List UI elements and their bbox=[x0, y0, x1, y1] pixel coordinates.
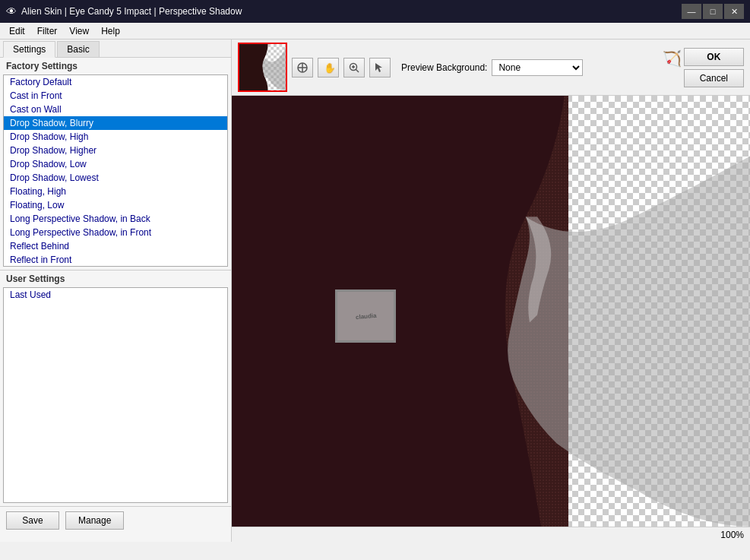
maximize-button[interactable]: □ bbox=[703, 4, 723, 19]
tab-basic[interactable]: Basic bbox=[57, 41, 99, 57]
list-item[interactable]: Drop Shadow, Low bbox=[4, 157, 227, 171]
list-item[interactable]: Factory Default bbox=[4, 75, 227, 89]
preview-thumbnail bbox=[238, 43, 287, 92]
list-item[interactable]: Floating, High bbox=[4, 185, 227, 198]
list-item[interactable]: Drop Shadow, Lowest bbox=[4, 171, 227, 185]
svg-marker-12 bbox=[375, 63, 382, 72]
left-panel: Settings Basic Factory Settings Factory … bbox=[0, 40, 232, 542]
list-item[interactable]: Floating, Low bbox=[4, 198, 227, 212]
ok-button[interactable]: OK bbox=[684, 48, 744, 66]
bottom-buttons: Save Manage bbox=[0, 506, 231, 534]
cancel-button[interactable]: Cancel bbox=[684, 69, 744, 87]
tool-grab-button[interactable]: ✋ bbox=[318, 58, 339, 78]
list-item[interactable]: Last Used bbox=[4, 288, 227, 302]
manage-button[interactable]: Manage bbox=[65, 511, 124, 530]
menu-help[interactable]: Help bbox=[95, 24, 126, 38]
list-item[interactable]: Long Perspective Shadow, in Back bbox=[4, 212, 227, 226]
right-panel: ✋ Preview Background: None W bbox=[232, 40, 750, 542]
save-button[interactable]: Save bbox=[6, 511, 59, 530]
svg-line-11 bbox=[356, 69, 359, 72]
watermark: claudia bbox=[335, 289, 396, 343]
menu-view[interactable]: View bbox=[63, 24, 95, 38]
tool-zoom-in-button[interactable] bbox=[343, 58, 365, 78]
status-bar: 100% bbox=[232, 527, 750, 542]
list-item[interactable]: Reflect Behind bbox=[4, 239, 227, 253]
gold-arrow-ok: 🏹 bbox=[663, 49, 682, 68]
menu-filter[interactable]: Filter bbox=[31, 24, 64, 38]
preview-bg-select[interactable]: None White Black Custom bbox=[492, 59, 583, 76]
list-item[interactable]: Drop Shadow, Blurry ➤ bbox=[4, 116, 227, 130]
window-title: Alien Skin | Eye Candy 5 Impact | Perspe… bbox=[21, 6, 242, 17]
right-toolbar: ✋ Preview Background: None W bbox=[232, 40, 750, 96]
list-item[interactable]: Long Perspective Shadow, in Front bbox=[4, 226, 227, 239]
list-item[interactable]: Drop Shadow, High bbox=[4, 130, 227, 144]
user-settings-header: User Settings bbox=[0, 271, 231, 287]
user-settings-list[interactable]: Last Used bbox=[3, 287, 228, 503]
tool-hand-button[interactable] bbox=[292, 58, 313, 78]
minimize-button[interactable]: — bbox=[682, 4, 701, 19]
list-item[interactable]: Cast on Wall bbox=[4, 103, 227, 116]
factory-settings-header: Factory Settings bbox=[0, 58, 231, 74]
app-icon: 👁 bbox=[6, 5, 17, 17]
menu-edit[interactable]: Edit bbox=[3, 24, 31, 38]
tab-settings[interactable]: Settings bbox=[3, 41, 55, 58]
close-button[interactable]: ✕ bbox=[724, 4, 744, 19]
list-item[interactable]: Drop Shadow, Higher bbox=[4, 144, 227, 157]
user-settings-section: User Settings Last Used bbox=[0, 271, 231, 506]
tool-cursor-button[interactable] bbox=[369, 58, 391, 78]
menu-bar: Edit Filter View Help bbox=[0, 23, 750, 40]
list-item[interactable]: Cast in Front bbox=[4, 89, 227, 103]
ok-cancel-area: 🏹 OK Cancel bbox=[684, 48, 744, 87]
factory-settings-section: Factory Settings Factory DefaultCast in … bbox=[0, 58, 231, 271]
svg-text:✋: ✋ bbox=[324, 62, 334, 74]
content-area bbox=[232, 96, 568, 527]
factory-settings-list[interactable]: Factory DefaultCast in FrontCast on Wall… bbox=[3, 74, 228, 267]
list-item[interactable]: Reflect in Front bbox=[4, 253, 227, 267]
watermark-text: claudia bbox=[355, 312, 376, 320]
left-tab-bar: Settings Basic bbox=[0, 40, 231, 58]
title-bar: 👁 Alien Skin | Eye Candy 5 Impact | Pers… bbox=[0, 0, 750, 23]
preview-area: claudia bbox=[232, 96, 750, 527]
zoom-level: 100% bbox=[720, 530, 744, 540]
main-layout: Settings Basic Factory Settings Factory … bbox=[0, 40, 750, 542]
preview-bg-label: Preview Background: bbox=[401, 62, 487, 73]
